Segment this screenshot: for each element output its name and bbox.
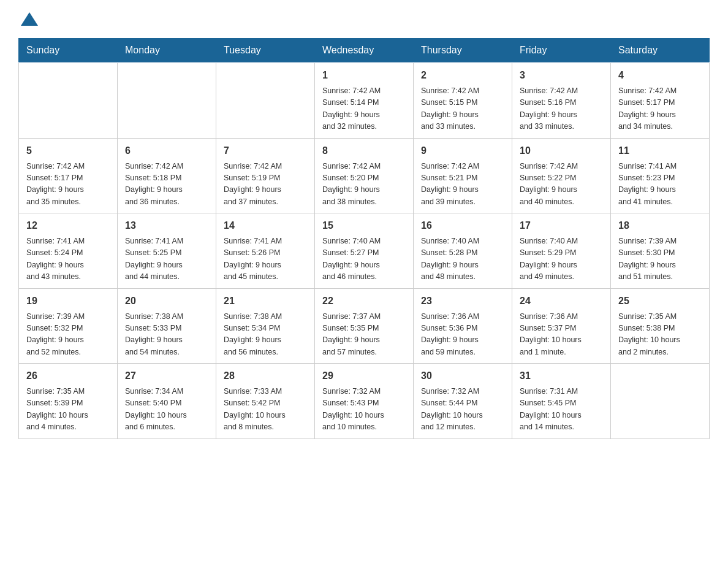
day-info: Sunrise: 7:38 AM Sunset: 5:34 PM Dayligh… [224, 311, 307, 359]
day-number: 6 [125, 144, 208, 158]
calendar-day-cell: 5Sunrise: 7:42 AM Sunset: 5:17 PM Daylig… [19, 138, 118, 213]
day-number: 24 [520, 294, 603, 308]
calendar-day-cell [611, 364, 710, 439]
day-number: 13 [125, 218, 208, 233]
calendar-day-cell: 29Sunrise: 7:32 AM Sunset: 5:43 PM Dayli… [315, 364, 414, 439]
calendar-day-cell: 19Sunrise: 7:39 AM Sunset: 5:32 PM Dayli… [19, 288, 118, 364]
day-info: Sunrise: 7:42 AM Sunset: 5:19 PM Dayligh… [224, 161, 307, 209]
day-info: Sunrise: 7:41 AM Sunset: 5:25 PM Dayligh… [125, 236, 208, 283]
day-number: 12 [26, 218, 110, 233]
calendar-day-cell: 30Sunrise: 7:32 AM Sunset: 5:44 PM Dayli… [414, 364, 512, 439]
day-number: 31 [520, 369, 603, 383]
weekday-header-saturday: Saturday [611, 39, 710, 63]
day-info: Sunrise: 7:36 AM Sunset: 5:37 PM Dayligh… [520, 311, 603, 359]
calendar-day-cell: 23Sunrise: 7:36 AM Sunset: 5:36 PM Dayli… [414, 288, 512, 364]
day-number: 15 [322, 218, 406, 233]
weekday-header-tuesday: Tuesday [216, 39, 315, 63]
calendar-day-cell: 1Sunrise: 7:42 AM Sunset: 5:14 PM Daylig… [315, 63, 414, 138]
calendar-day-cell: 13Sunrise: 7:41 AM Sunset: 5:25 PM Dayli… [118, 213, 216, 289]
day-info: Sunrise: 7:35 AM Sunset: 5:38 PM Dayligh… [618, 311, 702, 359]
calendar-day-cell: 8Sunrise: 7:42 AM Sunset: 5:20 PM Daylig… [315, 138, 414, 213]
calendar-day-cell: 4Sunrise: 7:42 AM Sunset: 5:17 PM Daylig… [611, 63, 710, 138]
day-number: 5 [26, 144, 110, 158]
day-number: 30 [421, 369, 504, 383]
day-number: 14 [224, 218, 307, 233]
calendar-body: 1Sunrise: 7:42 AM Sunset: 5:14 PM Daylig… [19, 63, 710, 439]
day-info: Sunrise: 7:32 AM Sunset: 5:43 PM Dayligh… [322, 386, 406, 434]
day-info: Sunrise: 7:31 AM Sunset: 5:45 PM Dayligh… [520, 386, 603, 434]
logo [18, 12, 39, 26]
calendar-day-cell: 21Sunrise: 7:38 AM Sunset: 5:34 PM Dayli… [216, 288, 315, 364]
calendar-day-cell: 16Sunrise: 7:40 AM Sunset: 5:28 PM Dayli… [414, 213, 512, 289]
day-info: Sunrise: 7:42 AM Sunset: 5:15 PM Dayligh… [421, 85, 504, 133]
day-info: Sunrise: 7:38 AM Sunset: 5:33 PM Dayligh… [125, 311, 208, 359]
day-info: Sunrise: 7:37 AM Sunset: 5:35 PM Dayligh… [322, 311, 406, 359]
day-number: 17 [520, 218, 603, 233]
day-info: Sunrise: 7:35 AM Sunset: 5:39 PM Dayligh… [26, 386, 110, 434]
day-number: 19 [26, 294, 110, 308]
weekday-header-row: SundayMondayTuesdayWednesdayThursdayFrid… [19, 39, 710, 63]
day-info: Sunrise: 7:36 AM Sunset: 5:36 PM Dayligh… [421, 311, 504, 359]
day-info: Sunrise: 7:42 AM Sunset: 5:14 PM Dayligh… [322, 85, 406, 133]
calendar-day-cell: 7Sunrise: 7:42 AM Sunset: 5:19 PM Daylig… [216, 138, 315, 213]
day-number: 25 [618, 294, 702, 308]
day-number: 23 [421, 294, 504, 308]
day-info: Sunrise: 7:41 AM Sunset: 5:26 PM Dayligh… [224, 236, 307, 283]
calendar-day-cell: 14Sunrise: 7:41 AM Sunset: 5:26 PM Dayli… [216, 213, 315, 289]
day-number: 4 [618, 68, 702, 83]
day-number: 26 [26, 369, 110, 383]
day-number: 7 [224, 144, 307, 158]
calendar-day-cell: 28Sunrise: 7:33 AM Sunset: 5:42 PM Dayli… [216, 364, 315, 439]
calendar-week-row: 26Sunrise: 7:35 AM Sunset: 5:39 PM Dayli… [19, 364, 710, 439]
weekday-header-monday: Monday [118, 39, 216, 63]
calendar-week-row: 12Sunrise: 7:41 AM Sunset: 5:24 PM Dayli… [19, 213, 710, 289]
weekday-header-thursday: Thursday [414, 39, 512, 63]
calendar-day-cell: 27Sunrise: 7:34 AM Sunset: 5:40 PM Dayli… [118, 364, 216, 439]
day-info: Sunrise: 7:42 AM Sunset: 5:22 PM Dayligh… [520, 161, 603, 209]
day-info: Sunrise: 7:41 AM Sunset: 5:23 PM Dayligh… [618, 161, 702, 209]
calendar-day-cell: 3Sunrise: 7:42 AM Sunset: 5:16 PM Daylig… [512, 63, 611, 138]
weekday-header-sunday: Sunday [19, 39, 118, 63]
calendar-week-row: 5Sunrise: 7:42 AM Sunset: 5:17 PM Daylig… [19, 138, 710, 213]
logo-triangle-icon [21, 12, 38, 26]
calendar-week-row: 1Sunrise: 7:42 AM Sunset: 5:14 PM Daylig… [19, 63, 710, 138]
day-number: 11 [618, 144, 702, 158]
page-header [18, 12, 710, 26]
day-info: Sunrise: 7:42 AM Sunset: 5:21 PM Dayligh… [421, 161, 504, 209]
day-number: 28 [224, 369, 307, 383]
weekday-header-friday: Friday [512, 39, 611, 63]
calendar-day-cell: 9Sunrise: 7:42 AM Sunset: 5:21 PM Daylig… [414, 138, 512, 213]
day-info: Sunrise: 7:34 AM Sunset: 5:40 PM Dayligh… [125, 386, 208, 434]
calendar-day-cell: 10Sunrise: 7:42 AM Sunset: 5:22 PM Dayli… [512, 138, 611, 213]
day-number: 10 [520, 144, 603, 158]
calendar-day-cell: 18Sunrise: 7:39 AM Sunset: 5:30 PM Dayli… [611, 213, 710, 289]
day-info: Sunrise: 7:42 AM Sunset: 5:17 PM Dayligh… [618, 85, 702, 133]
day-number: 29 [322, 369, 406, 383]
day-number: 9 [421, 144, 504, 158]
calendar-day-cell: 22Sunrise: 7:37 AM Sunset: 5:35 PM Dayli… [315, 288, 414, 364]
day-number: 2 [421, 68, 504, 83]
day-number: 16 [421, 218, 504, 233]
day-info: Sunrise: 7:42 AM Sunset: 5:18 PM Dayligh… [125, 161, 208, 209]
calendar-day-cell [216, 63, 315, 138]
weekday-header-wednesday: Wednesday [315, 39, 414, 63]
calendar-day-cell: 2Sunrise: 7:42 AM Sunset: 5:15 PM Daylig… [414, 63, 512, 138]
day-info: Sunrise: 7:39 AM Sunset: 5:30 PM Dayligh… [618, 236, 702, 283]
calendar-day-cell: 31Sunrise: 7:31 AM Sunset: 5:45 PM Dayli… [512, 364, 611, 439]
calendar-day-cell: 11Sunrise: 7:41 AM Sunset: 5:23 PM Dayli… [611, 138, 710, 213]
day-info: Sunrise: 7:39 AM Sunset: 5:32 PM Dayligh… [26, 311, 110, 359]
day-info: Sunrise: 7:42 AM Sunset: 5:16 PM Dayligh… [520, 85, 603, 133]
calendar-week-row: 19Sunrise: 7:39 AM Sunset: 5:32 PM Dayli… [19, 288, 710, 364]
day-number: 3 [520, 68, 603, 83]
day-number: 8 [322, 144, 406, 158]
calendar-day-cell: 20Sunrise: 7:38 AM Sunset: 5:33 PM Dayli… [118, 288, 216, 364]
calendar-day-cell: 25Sunrise: 7:35 AM Sunset: 5:38 PM Dayli… [611, 288, 710, 364]
day-info: Sunrise: 7:40 AM Sunset: 5:28 PM Dayligh… [421, 236, 504, 283]
calendar-day-cell: 12Sunrise: 7:41 AM Sunset: 5:24 PM Dayli… [19, 213, 118, 289]
calendar-header: SundayMondayTuesdayWednesdayThursdayFrid… [19, 39, 710, 63]
calendar-day-cell [118, 63, 216, 138]
day-info: Sunrise: 7:41 AM Sunset: 5:24 PM Dayligh… [26, 236, 110, 283]
calendar-day-cell: 26Sunrise: 7:35 AM Sunset: 5:39 PM Dayli… [19, 364, 118, 439]
day-info: Sunrise: 7:33 AM Sunset: 5:42 PM Dayligh… [224, 386, 307, 434]
day-number: 18 [618, 218, 702, 233]
